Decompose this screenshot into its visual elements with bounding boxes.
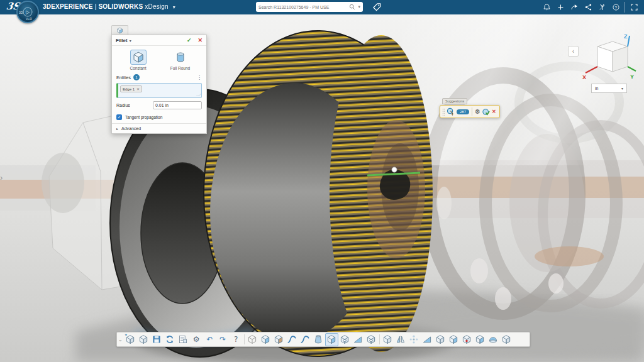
radius-input[interactable] <box>153 101 202 109</box>
rib-button[interactable] <box>421 333 434 346</box>
app-switcher-chevron-icon[interactable]: ▾ <box>173 4 175 10</box>
app-title[interactable]: 3DEXPERIENCE | SOLIDWORKS xDesign ▾ <box>43 3 175 10</box>
fillet-type-constant[interactable]: Constant <box>120 50 157 70</box>
selection-chip-label: Edge 1 <box>123 87 135 91</box>
toolbar-collapse-icon[interactable]: ⌄ <box>118 337 123 343</box>
hole-button[interactable] <box>460 333 474 346</box>
toolbar-divider <box>244 334 245 344</box>
suggestion-select-icon[interactable] <box>447 107 455 116</box>
notifications-icon[interactable] <box>541 2 552 13</box>
remove-selection-icon[interactable]: ✕ <box>136 87 140 91</box>
chamfer-button[interactable] <box>338 333 352 346</box>
share-icon[interactable] <box>569 2 580 13</box>
suggestion-count-badge: 287 <box>457 109 469 114</box>
properties-button[interactable] <box>177 333 190 346</box>
assistant-icon[interactable] <box>597 2 608 13</box>
selection-chip[interactable]: Edge 1 ✕ <box>120 85 142 92</box>
suggestions-title: Suggestions <box>442 98 467 104</box>
compass-west-label: 3D <box>19 11 23 14</box>
copy-body-button[interactable] <box>447 333 460 346</box>
help-button[interactable]: ? <box>230 333 243 346</box>
primitive-button[interactable] <box>246 333 259 346</box>
settings-button[interactable]: ⚙ <box>190 333 203 346</box>
draft-button[interactable] <box>352 333 365 346</box>
product-name: SOLIDWORKS <box>98 3 143 10</box>
viewport-3d-scene[interactable] <box>0 14 644 362</box>
add-icon[interactable] <box>555 2 566 13</box>
tangent-propagation-checkbox[interactable]: ✓ <box>116 114 122 120</box>
topbar-action-icons: ? <box>541 0 639 14</box>
fillet-button[interactable] <box>325 333 338 346</box>
combine-button[interactable] <box>500 333 513 346</box>
community-icon[interactable] <box>583 2 594 13</box>
close-suggestions-icon[interactable]: ✕ <box>492 109 496 114</box>
units-chevron-icon: ▾ <box>621 86 623 90</box>
suggestion-settings-icon[interactable]: ⚙ <box>475 109 480 115</box>
entities-selection-box[interactable]: Edge 1 ✕ <box>116 83 202 98</box>
view-cube[interactable]: Z X Y <box>580 33 636 85</box>
gear-model[interactable] <box>204 31 433 356</box>
circular-pattern-button[interactable] <box>408 333 421 346</box>
option-label: Constant <box>130 66 146 70</box>
entities-menu-icon[interactable]: ⋮ <box>197 75 202 80</box>
wrap-button[interactable] <box>381 333 394 346</box>
save-button[interactable] <box>150 333 164 346</box>
help-icon[interactable]: ? <box>611 2 621 13</box>
suggestions-toolbar: 287 ⚙ ✕ <box>440 105 500 118</box>
new-part-button[interactable]: ✦ <box>124 333 137 346</box>
loft-button[interactable] <box>312 333 325 346</box>
fillet-dialog-tab[interactable] <box>111 25 128 35</box>
fullscreen-icon[interactable] <box>625 2 639 13</box>
redo-button[interactable]: ↷ <box>216 333 230 346</box>
toolbar-divider <box>379 334 380 344</box>
app-name: xDesign <box>145 3 169 10</box>
sync-button[interactable] <box>164 333 177 346</box>
split-button[interactable] <box>474 333 487 346</box>
units-value: in <box>595 86 598 90</box>
view-back-button[interactable]: ‹ <box>568 46 579 57</box>
dome-button[interactable] <box>487 333 500 346</box>
bottom-toolbar: ⌄ ✦⚙↶↷? <box>116 332 530 347</box>
confirm-button[interactable]: ✓ <box>187 37 192 43</box>
axis-y-label: Y <box>630 74 634 80</box>
suggestions-popup: Suggestions 287 ⚙ ✕ <box>440 94 500 118</box>
divider <box>472 107 472 116</box>
open-part-button[interactable] <box>137 333 150 346</box>
resize-handle[interactable] <box>196 94 201 96</box>
option-label: Full Round <box>170 66 190 70</box>
search-scope-chevron-icon[interactable]: ▾ <box>358 4 360 9</box>
left-panel-expand-icon[interactable]: › <box>0 173 3 182</box>
svg-text:?: ? <box>615 6 618 9</box>
extrude-button[interactable] <box>259 333 272 346</box>
edge-selection-handle[interactable] <box>392 167 397 172</box>
accept-suggestions-icon[interactable] <box>482 108 490 116</box>
cancel-button[interactable]: ✕ <box>197 37 203 43</box>
units-dropdown[interactable]: in ▾ <box>591 84 627 93</box>
shell-button[interactable] <box>365 333 378 346</box>
search-input[interactable] <box>258 5 349 9</box>
tag-icon[interactable] <box>372 3 382 12</box>
search-icon[interactable] <box>349 4 355 10</box>
entities-count-badge: 1 <box>133 74 140 80</box>
mirror-button[interactable] <box>394 333 408 346</box>
3dexperience-compass[interactable]: ▷ 3D V+R <box>16 1 39 23</box>
move-face-button[interactable] <box>434 333 447 346</box>
revolve-button[interactable] <box>272 333 286 346</box>
dialog-title-chevron-icon[interactable]: ▾ <box>130 38 131 43</box>
compass-south-label: V+R <box>26 17 32 21</box>
undo-button[interactable]: ↶ <box>203 333 216 346</box>
3d-viewport[interactable]: › <box>0 14 644 362</box>
advanced-section-toggle[interactable]: ▸ Advanced <box>112 123 206 133</box>
spline-sweep-button[interactable] <box>299 333 312 346</box>
constant-fillet-icon <box>130 50 147 65</box>
fillet-type-full-round[interactable]: Full Round <box>162 50 199 70</box>
fillet-dialog: Fillet ▾ ✓ ✕ Constant Full Round Entitie… <box>111 25 207 134</box>
advanced-label: Advanced <box>121 126 141 131</box>
axis-z-label: Z <box>624 33 628 40</box>
radius-label: Radius <box>116 103 130 107</box>
dialog-title: Fillet <box>116 38 128 43</box>
sweep-button[interactable] <box>286 333 299 346</box>
advanced-expand-icon: ▸ <box>116 126 118 131</box>
drag-handle[interactable] <box>442 108 445 116</box>
search-bar[interactable]: ▾ <box>256 2 363 12</box>
